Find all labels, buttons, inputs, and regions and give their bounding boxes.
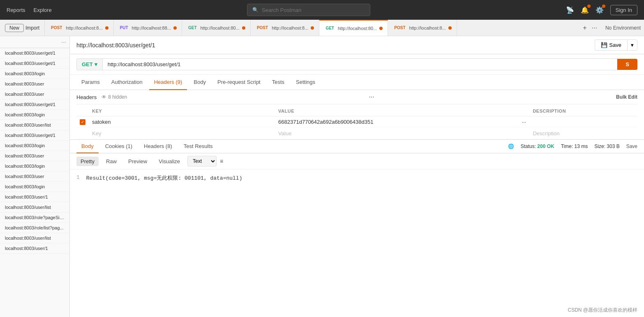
sidebar-item-14[interactable]: localhost:8003/user/1 (0, 192, 69, 202)
resp-tab-headers[interactable]: Headers (8) (139, 140, 177, 153)
url-input[interactable] (102, 58, 618, 70)
gear-icon[interactable]: ⚙️ (596, 6, 604, 14)
tabs-list: POST http://localhost:8... PUT http://lo… (45, 20, 602, 36)
new-tab-button[interactable]: + (581, 24, 588, 32)
sidebar-item-16[interactable]: localhost:8003/role?pageSiz... (0, 213, 69, 223)
header-key-empty[interactable]: Key (89, 128, 275, 139)
globe-icon: 🌐 (508, 143, 514, 149)
tab-params[interactable]: Params (76, 75, 105, 90)
tab-headers[interactable]: Headers (9) (149, 75, 187, 90)
sidebar-header: ··· (0, 36, 69, 48)
sidebar-item-2[interactable]: localhost:8003/login (0, 69, 69, 79)
sidebar-item-13[interactable]: localhost:8003/login (0, 182, 69, 192)
explore-link[interactable]: Explore (34, 7, 52, 13)
save-button-wrap: 💾 Save ▾ (595, 39, 637, 51)
sidebar-more-button[interactable]: ··· (61, 39, 66, 45)
response-save-button[interactable]: Save (626, 143, 637, 149)
status-ok: 200 OK (537, 143, 554, 149)
response-status: 🌐 Status: 200 OK Time: 13 ms Size: 303 B… (508, 143, 637, 149)
header-key-0[interactable]: satoken (89, 116, 275, 128)
header-desc-empty[interactable]: Description (529, 128, 637, 139)
sidebar-item-18[interactable]: localhost:8003/user/list (0, 233, 69, 243)
save-label: Save (609, 42, 621, 48)
method-label: GET (82, 61, 93, 67)
sidebar-item-5[interactable]: localhost:8003/user/get/1 (0, 99, 69, 110)
header-value-0[interactable]: 6682371d770642a692a6b9006438d351 (275, 116, 519, 128)
header-check-0[interactable]: ✓ (76, 116, 89, 128)
header-value-empty[interactable]: Value (275, 128, 519, 139)
resp-tab-cookies[interactable]: Cookies (1) (100, 140, 137, 153)
resp-tab-body[interactable]: Body (76, 140, 99, 153)
format-preview[interactable]: Preview (124, 157, 151, 166)
search-wrap[interactable]: 🔍 (247, 4, 370, 16)
reports-link[interactable]: Reports (7, 7, 25, 13)
satellite-icon[interactable]: 📡 (566, 6, 574, 14)
th-checkbox (76, 106, 89, 116)
format-visualize[interactable]: Visualize (155, 157, 184, 166)
sidebar-item-8[interactable]: localhost:8003/user/get/1 (0, 130, 69, 141)
tab-actions: + ··· (578, 24, 602, 32)
send-button[interactable]: S (617, 59, 637, 70)
tab-4[interactable]: POST http://localhost:8... (251, 20, 320, 36)
save-caret-button[interactable]: ▾ (627, 39, 637, 51)
tabs-more-button[interactable]: ··· (590, 24, 599, 32)
save-icon: 💾 (601, 42, 607, 48)
sidebar-item-7[interactable]: localhost:8003/user/list (0, 120, 69, 130)
new-import-section: New Import (0, 20, 45, 36)
response-tabs-bar: Body Cookies (1) Headers (8) Test Result… (70, 140, 644, 153)
header-more-0[interactable]: ··· (519, 116, 530, 128)
tab-4-dot (311, 26, 314, 30)
sidebar-item-17[interactable]: localhost:8003/role/list?pag... (0, 223, 69, 233)
watermark: CSDN @愿你活成你喜欢的模样 (568, 307, 637, 314)
th-key: KEY (89, 106, 275, 116)
format-raw[interactable]: Raw (102, 157, 121, 166)
sidebar-item-9[interactable]: localhost:8003/login (0, 141, 69, 151)
sidebar-item-10[interactable]: localhost:8003/user (0, 151, 69, 161)
header-desc-0[interactable] (529, 116, 637, 128)
request-title: http://localhost:8003/user/get/1 (76, 42, 155, 49)
resp-code-1: Result(code=3001, msg=无此权限: 001101, data… (86, 174, 242, 182)
tab-3[interactable]: GET http://localhost:80... (182, 20, 251, 36)
bulk-edit-button[interactable]: Bulk Edit (616, 94, 637, 100)
sidebar-item-3[interactable]: localhost:8003/user (0, 79, 69, 89)
tab-5[interactable]: GET http://localhost:80... (319, 20, 388, 36)
method-chevron: ▾ (95, 61, 97, 67)
sidebar-item-6[interactable]: localhost:8003/login (0, 110, 69, 120)
tab-2[interactable]: PUT http://localhost:88... (114, 20, 182, 36)
tab-settings[interactable]: Settings (291, 75, 320, 90)
status-badge: Status: 200 OK (521, 143, 554, 149)
bell-icon[interactable]: 🔔 (581, 6, 589, 14)
sidebar-item-11[interactable]: localhost:8003/login (0, 161, 69, 171)
response-size: Size: 303 B (594, 143, 619, 149)
new-button[interactable]: New (5, 24, 24, 32)
tab-body[interactable]: Body (189, 75, 211, 90)
checkbox-0[interactable]: ✓ (80, 119, 85, 125)
format-pretty[interactable]: Pretty (76, 157, 99, 166)
method-selector[interactable]: GET ▾ (76, 58, 102, 70)
headers-more-button[interactable]: ··· (367, 93, 376, 101)
tab-prerequest[interactable]: Pre-request Script (212, 75, 265, 90)
sign-in-button[interactable]: Sign In (610, 5, 637, 15)
sidebar-item-15[interactable]: localhost:8003/user/list (0, 202, 69, 213)
format-select[interactable]: Text JSON HTML (187, 156, 217, 167)
tab-tests[interactable]: Tests (267, 75, 289, 90)
sidebar-item-4[interactable]: localhost:8003/user (0, 89, 69, 99)
tab-5-url: http://localhost:80... (338, 26, 377, 31)
sidebar-item-0[interactable]: localhost:8003/user/get/1 (0, 48, 69, 58)
wrap-icon[interactable]: ≡ (220, 158, 223, 164)
resp-tab-test-results[interactable]: Test Results (179, 140, 218, 153)
tab-6[interactable]: POST http://localhost:8... (388, 20, 457, 36)
tab-authorization[interactable]: Authorization (106, 75, 148, 90)
header-row-0: ✓ satoken 6682371d770642a692a6b9006438d3… (76, 116, 637, 128)
save-button[interactable]: 💾 Save (595, 39, 627, 51)
import-button[interactable]: Import (25, 25, 39, 31)
search-input[interactable] (262, 7, 365, 13)
top-nav: Reports Explore 🔍 📡 🔔 ⚙️ Sign In (0, 0, 644, 20)
environment-selector[interactable]: No Environment (602, 23, 644, 32)
sidebar-item-1[interactable]: localhost:8003/user/get/1 (0, 58, 69, 69)
sidebar-item-19[interactable]: localhost:8003/user/1 (0, 243, 69, 254)
desc-placeholder: Description (533, 130, 559, 137)
request-title-bar: http://localhost:8003/user/get/1 💾 Save … (70, 36, 644, 54)
tab-1[interactable]: POST http://localhost:8... (45, 20, 114, 36)
sidebar-item-12[interactable]: localhost:8003/user (0, 171, 69, 182)
